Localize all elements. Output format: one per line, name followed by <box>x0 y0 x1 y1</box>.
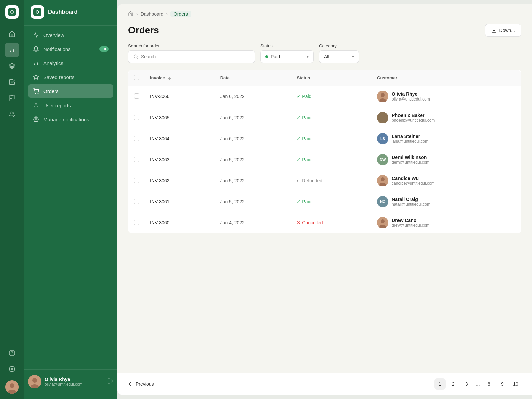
svg-point-35 <box>381 93 385 97</box>
user-icon <box>33 102 39 109</box>
activity-icon <box>33 32 39 38</box>
invoice-date: Jan 6, 2022 <box>220 136 245 141</box>
page-num-8[interactable]: 8 <box>483 378 495 390</box>
col-date: Date <box>215 70 292 86</box>
page-num-9[interactable]: 9 <box>497 378 508 390</box>
table-row: INV-3063Jan 5, 2022✓ Paid DW Demi Wilkin… <box>128 149 521 170</box>
invoice-id: INV-3062 <box>150 178 169 183</box>
row-checkbox-0[interactable] <box>134 93 139 99</box>
row-checkbox-4[interactable] <box>134 178 139 183</box>
download-label: Down... <box>499 28 515 33</box>
orders-table-container: Invoice Date Status Customer INV-3066Jan… <box>117 70 532 373</box>
page-num-1[interactable]: 1 <box>434 378 446 390</box>
sidebar-item-layers[interactable] <box>5 59 19 73</box>
search-filter-group: Search for order <box>128 43 255 63</box>
svg-point-22 <box>35 93 36 94</box>
sidebar-user-avatar[interactable] <box>28 375 41 388</box>
nav-item-manage-notifications[interactable]: Manage notifications <box>28 113 113 126</box>
customer-email: natali@untitledui.com <box>392 202 430 207</box>
nav-item-user-reports[interactable]: User reports <box>28 98 113 112</box>
sidebar-title: Dashboard <box>48 9 78 15</box>
customer-name: Drew Cano <box>392 218 429 223</box>
customer-cell: Phoenix Baker phoenix@untitledui.com <box>377 112 516 123</box>
row-checkbox-5[interactable] <box>134 199 139 204</box>
table-header-row: Invoice Date Status Customer <box>128 70 521 86</box>
search-filter-label: Search for order <box>128 43 255 48</box>
nav-item-orders[interactable]: Orders <box>28 84 113 98</box>
row-checkbox-6[interactable] <box>134 220 139 225</box>
nav-item-analytics[interactable]: Analytics <box>28 56 113 70</box>
invoice-status: ✓ Paid <box>297 115 366 120</box>
customer-avatar: NC <box>377 196 388 207</box>
svg-point-31 <box>134 55 137 58</box>
nav-item-overview[interactable]: Overview <box>28 28 113 42</box>
sidebar-item-home[interactable] <box>5 27 19 41</box>
select-all-checkbox[interactable] <box>134 75 139 80</box>
sidebar-logo <box>31 5 44 19</box>
breadcrumb-sep1: › <box>136 11 138 17</box>
search-input[interactable] <box>141 54 250 59</box>
customer-avatar <box>377 112 388 123</box>
status-select[interactable]: Paid ▾ <box>260 50 314 63</box>
page-num-10[interactable]: 10 <box>510 378 521 390</box>
customer-info: Natali Craig natali@untitledui.com <box>392 197 430 207</box>
category-select[interactable]: All ▾ <box>319 50 359 63</box>
breadcrumb-home-icon[interactable] <box>128 11 134 17</box>
previous-button[interactable]: Previous <box>128 381 154 387</box>
page-num-3[interactable]: 3 <box>461 378 472 390</box>
page-header: Orders Down... <box>117 21 532 43</box>
row-checkbox-3[interactable] <box>134 157 139 162</box>
sidebar-item-analytics[interactable] <box>5 43 19 57</box>
invoice-date: Jan 6, 2022 <box>220 115 245 120</box>
svg-marker-21 <box>34 75 39 79</box>
page-numbers: 123...8910 <box>434 378 521 390</box>
svg-point-41 <box>381 177 385 181</box>
svg-point-38 <box>381 114 385 118</box>
sidebar-item-settings[interactable] <box>5 362 19 376</box>
svg-point-24 <box>35 103 37 105</box>
narrow-nav <box>5 27 19 346</box>
category-filter-label: Category <box>319 43 359 48</box>
sidebar-user-info: Olivia Rhye olivia@untitledui.com <box>45 377 104 387</box>
col-invoice[interactable]: Invoice <box>145 70 215 86</box>
sidebar-item-flags[interactable] <box>5 91 19 106</box>
row-checkbox-2[interactable] <box>134 136 139 141</box>
customer-info: Demi Wilkinson demi@untitledui.com <box>392 155 429 165</box>
search-input-wrap[interactable] <box>128 50 255 63</box>
invoice-id: INV-3065 <box>150 115 169 120</box>
page-num-2[interactable]: 2 <box>448 378 459 390</box>
breadcrumb-dashboard[interactable]: Dashboard <box>141 11 164 17</box>
logout-button[interactable] <box>107 378 113 385</box>
nav-item-saved-reports[interactable]: Saved reports <box>28 70 113 84</box>
svg-point-23 <box>38 93 38 94</box>
orders-table: Invoice Date Status Customer INV-3066Jan… <box>128 70 521 233</box>
sidebar-header: Dashboard <box>24 5 117 26</box>
sidebar-item-users[interactable] <box>5 107 19 122</box>
table-row: INV-3062Jan 5, 2022↩ Refunded Candice Wu… <box>128 170 521 191</box>
invoice-date: Jan 6, 2022 <box>220 94 245 99</box>
chevron-down-icon: ▾ <box>307 54 309 59</box>
download-button[interactable]: Down... <box>485 24 521 37</box>
svg-point-11 <box>11 368 13 370</box>
pagination: Previous 123...8910 <box>117 373 532 395</box>
status-filter-group: Status Paid ▾ <box>260 43 314 63</box>
sidebar-nav: Overview Notifications 10 Analyti <box>24 28 117 369</box>
app-logo[interactable] <box>5 5 19 19</box>
col-status: Status <box>291 70 372 86</box>
sidebar-item-support[interactable] <box>5 346 19 360</box>
bar-chart-icon <box>33 60 39 66</box>
svg-point-25 <box>35 119 37 120</box>
page-title: Orders <box>128 25 159 36</box>
nav-item-notifications[interactable]: Notifications 10 <box>28 42 113 56</box>
sidebar-item-tasks[interactable] <box>5 75 19 89</box>
customer-name: Natali Craig <box>392 197 430 202</box>
status-filter-label: Status <box>260 43 314 48</box>
invoice-id: INV-3061 <box>150 199 169 204</box>
user-avatar-narrow[interactable] <box>5 380 19 394</box>
search-icon <box>133 54 138 59</box>
customer-info: Phoenix Baker phoenix@untitledui.com <box>392 113 435 123</box>
customer-name: Candice Wu <box>392 176 435 181</box>
svg-point-8 <box>10 112 12 114</box>
row-checkbox-1[interactable] <box>134 115 139 120</box>
svg-point-2 <box>11 11 13 13</box>
